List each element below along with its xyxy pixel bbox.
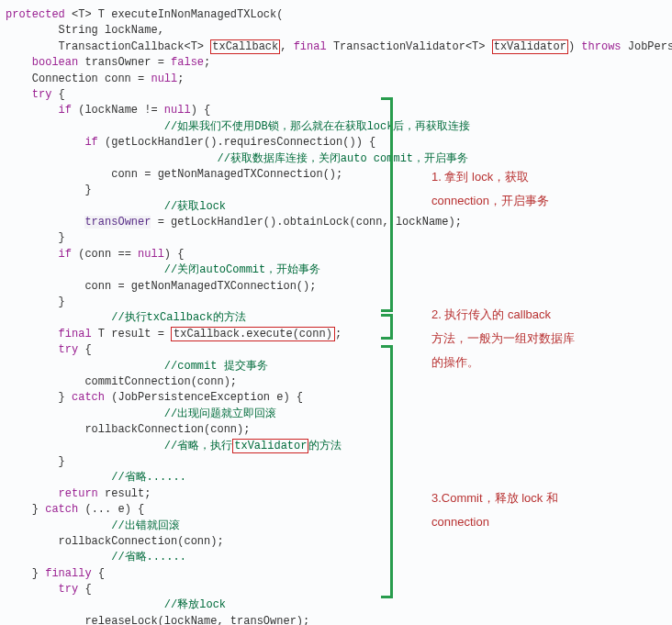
code-line: String lockName, (6, 23, 666, 39)
bracket-3 (381, 345, 393, 598)
code-line: } (6, 230, 666, 246)
code-line: conn = getNonManagedTXConnection(); (6, 279, 666, 295)
code-line: commitConnection(conn); (6, 374, 666, 390)
highlight-txcallback: txCallback (210, 39, 280, 54)
bracket-2 (381, 314, 393, 340)
code-line: protected <T> T executeInNonManagedTXLoc… (6, 7, 666, 23)
code-line: TransactionCallback<T> txCallback, final… (6, 39, 666, 55)
code-line: } catch (JobPersistenceException e) { (6, 390, 666, 406)
code-line: //获取lock (6, 199, 666, 215)
code-line: //如果我们不使用DB锁，那么就在在获取lock后，再获取连接 (6, 119, 666, 135)
code-line: try { (6, 87, 666, 103)
code-line: transOwner = getLockHandler().obtainLock… (6, 215, 666, 230)
code-line: //省略，执行txValidator的方法 (6, 439, 666, 454)
code-line: rollbackConnection(conn); (6, 422, 666, 438)
code-line: //关闭autoCommit，开始事务 (6, 262, 666, 278)
highlight-txvalidator: txValidator (492, 39, 568, 54)
code-line: if (conn == null) { (6, 247, 666, 262)
highlight-txvalidator2: txValidator (232, 439, 308, 453)
code-line: conn = getNonManagedTXConnection(); (6, 167, 666, 183)
bracket-1 (381, 97, 393, 312)
code-line: try { (6, 582, 666, 597)
code-line: //获取数据库连接，关闭auto commit，开启事务 (6, 151, 666, 167)
code-line: } (6, 454, 666, 470)
code-line: //省略...... (6, 470, 666, 485)
code-line: //省略...... (6, 550, 666, 565)
annotation-1: 1. 拿到 lock，获取 connection，开启事务 (431, 165, 549, 213)
code-line: //出错就回滚 (6, 519, 666, 534)
annotation-3: 3.Commit，释放 lock 和 connection (431, 486, 558, 534)
code-line: } (6, 183, 666, 198)
code-line: rollbackConnection(conn); (6, 534, 666, 550)
code-line: //出现问题就立即回滚 (6, 407, 666, 422)
code-line: Connection conn = null; (6, 72, 666, 87)
code-line: if (lockName != null) { (6, 103, 666, 118)
code-line: } finally { (6, 566, 666, 582)
code-line: return result; (6, 486, 666, 502)
code-line: releaseLock(lockName, transOwner); (6, 614, 666, 625)
highlight-execute: txCallback.execute(conn) (171, 327, 335, 341)
code-line: boolean transOwner = false; (6, 55, 666, 71)
code-line: //释放lock (6, 597, 666, 613)
code-line: } catch (... e) { (6, 502, 666, 518)
code-line: if (getLockHandler().requiresConnection(… (6, 135, 666, 151)
annotation-2: 2. 执行传入的 callback 方法，一般为一组对数据库 的操作。 (431, 303, 575, 374)
